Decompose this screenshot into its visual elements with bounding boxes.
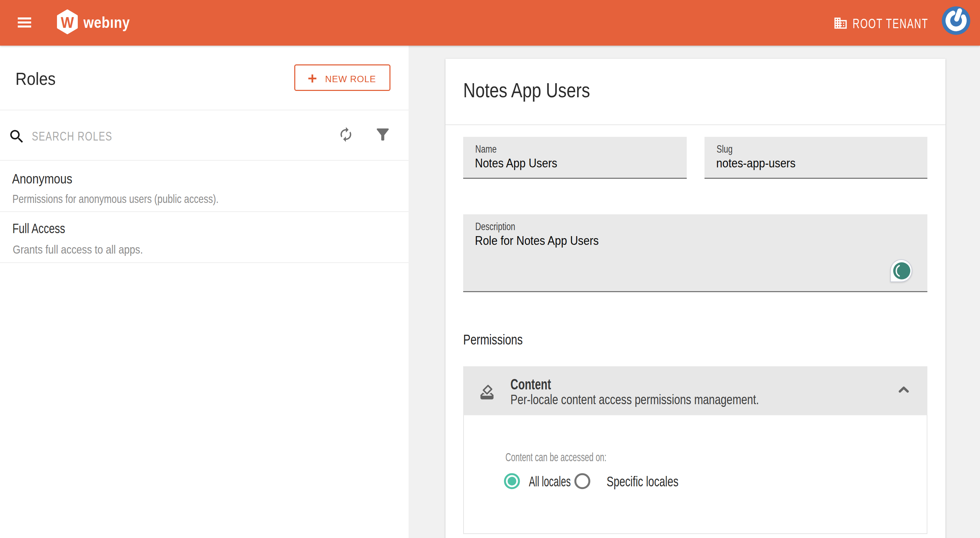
svg-text:W: W <box>61 13 75 31</box>
